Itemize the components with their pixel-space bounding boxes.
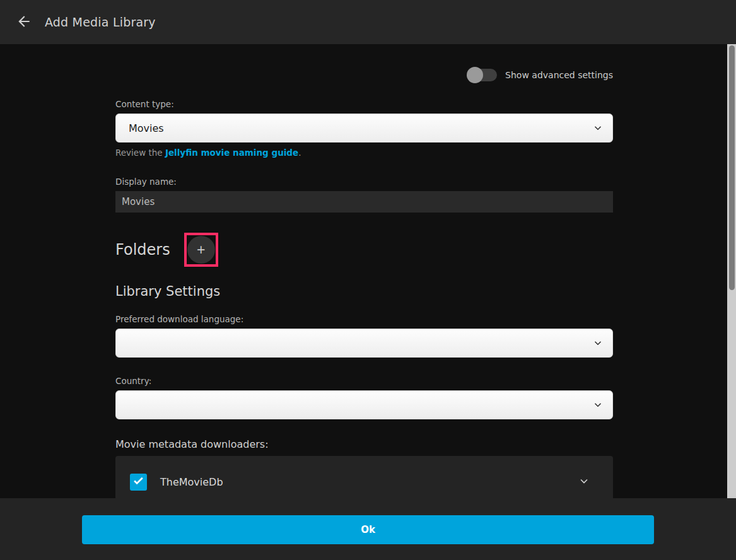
back-button[interactable] [11,9,37,35]
ok-button[interactable]: Ok [82,515,654,544]
metadata-downloaders-label: Movie metadata downloaders: [115,438,613,450]
naming-guide-helper: Review the Jellyfin movie naming guide. [115,148,613,158]
chevron-down-icon [592,122,604,134]
arrow-left-icon [16,13,32,32]
country-select[interactable] [115,390,613,419]
scrollbar-track[interactable] [727,44,736,498]
content-type-value: Movies [129,122,164,134]
downloader-card: TheMovieDb [115,456,613,498]
content-type-label: Content type: [115,99,613,109]
display-name-label: Display name: [115,177,613,187]
themoviedb-checkbox[interactable] [130,474,147,491]
downloader-row: TheMovieDb [115,456,613,491]
helper-suffix: . [298,148,301,158]
preferred-language-select[interactable] [115,329,613,358]
folders-heading: Folders [115,241,170,259]
show-advanced-settings-toggle[interactable] [468,69,497,81]
page-title: Add Media Library [45,15,156,29]
preferred-language-label: Preferred download language: [115,314,613,324]
chevron-down-icon [592,337,604,349]
chevron-down-icon [578,475,590,489]
content-type-select[interactable]: Movies [115,114,613,143]
dialog-content: Show advanced settings Content type: Mov… [0,44,727,498]
expand-downloader-button[interactable] [576,475,592,490]
plus-icon: + [187,236,215,264]
helper-prefix: Review the [115,148,165,158]
library-settings-heading: Library Settings [115,284,613,299]
add-folder-button[interactable]: + [184,233,218,267]
footer-bar: Ok [0,498,736,560]
chevron-down-icon [592,399,604,411]
top-app-bar: Add Media Library [0,0,736,44]
checkmark-icon [132,475,144,489]
advanced-settings-label: Show advanced settings [505,70,613,80]
display-name-input[interactable] [115,191,613,213]
naming-guide-link[interactable]: Jellyfin movie naming guide [165,148,298,158]
downloader-name: TheMovieDb [160,476,223,488]
toggle-knob [467,67,483,83]
scrollbar-thumb[interactable] [729,45,735,290]
advanced-settings-row: Show advanced settings [115,67,613,83]
folders-section-header: Folders + [115,233,613,267]
country-label: Country: [115,376,613,386]
